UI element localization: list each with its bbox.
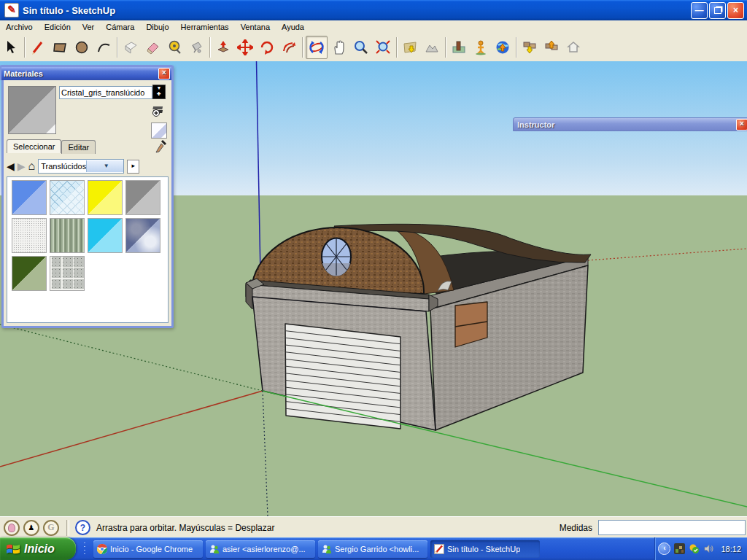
details-menu-icon[interactable]: ▸ <box>127 160 139 174</box>
orbit-tool-icon[interactable] <box>306 36 328 59</box>
restore-button[interactable] <box>709 2 726 19</box>
window-title: Sin título - SketchUp <box>23 5 115 16</box>
task-label: Sergio Garrido <howli... <box>335 545 419 553</box>
secondary-pane-toggle-icon[interactable]: ▼✚ <box>152 85 166 99</box>
model-person-icon[interactable] <box>471 36 491 58</box>
swatch-glass-yellow[interactable] <box>88 180 123 215</box>
toolbar <box>0 34 747 62</box>
menu-ayuda[interactable]: Ayuda <box>276 21 310 33</box>
claim-model-status-icon[interactable]: ♟ <box>23 520 39 536</box>
collection-selected-value: Translúcidos <box>39 162 86 171</box>
close-button[interactable]: × <box>727 2 744 19</box>
minimize-button[interactable]: — <box>691 2 708 19</box>
garage-door[interactable] <box>285 324 400 429</box>
zoom-extents-tool-icon[interactable] <box>373 36 393 58</box>
share-component-icon[interactable] <box>563 36 584 58</box>
collection-dropdown[interactable]: Translúcidos ▼ <box>38 159 124 174</box>
swatch-glass-gray[interactable] <box>125 180 160 215</box>
toolbar-separator <box>516 37 516 58</box>
toggle-terrain-icon[interactable] <box>422 36 442 58</box>
materials-tabs: Seleccionar Editar <box>7 140 96 154</box>
create-material-icon[interactable] <box>151 104 166 118</box>
materials-panel-titlebar[interactable]: Materiales × <box>0 65 174 80</box>
zoom-tool-icon[interactable] <box>351 36 371 58</box>
place-model-icon[interactable] <box>449 36 469 58</box>
share-models-icon[interactable] <box>541 36 562 58</box>
materials-close-icon[interactable]: × <box>158 68 170 79</box>
get-models-icon[interactable] <box>519 36 540 58</box>
back-arrow-icon[interactable]: ◀ <box>7 161 15 171</box>
materials-panel: Materiales × ▼✚ Seleccionar Editar ◀ ▶ ⌂… <box>1 66 174 328</box>
pan-tool-icon[interactable] <box>329 36 349 58</box>
messenger-icon <box>209 544 220 554</box>
swatch-glass-block-tiles[interactable] <box>50 256 85 291</box>
task-messenger-sergio[interactable]: Sergio Garrido <howli... <box>318 540 427 558</box>
chevron-down-icon[interactable]: ▼ <box>86 160 123 172</box>
menu-ver[interactable]: Ver <box>77 21 101 33</box>
tray-app-icon[interactable] <box>674 543 685 554</box>
swatch-glass-sky-reflection[interactable] <box>125 218 160 253</box>
start-button-label: Inicio <box>24 542 55 556</box>
offset-tool-icon[interactable] <box>279 36 299 58</box>
google-earth-preview-icon[interactable] <box>492 36 513 58</box>
task-label: Inicio - Google Chrome <box>110 545 193 553</box>
eyedropper-icon[interactable] <box>154 139 167 153</box>
menu-ventana[interactable]: Ventana <box>235 21 276 33</box>
line-tool-icon[interactable] <box>28 36 48 58</box>
tray-volume-icon[interactable] <box>703 543 714 554</box>
material-preview-swatch <box>8 86 56 134</box>
messenger-icon <box>322 544 332 554</box>
menu-archivo[interactable]: Archivo <box>0 21 39 33</box>
swatch-glass-ribbed-green[interactable] <box>50 218 85 253</box>
tray-messenger-icon[interactable] <box>689 543 700 554</box>
status-hint-text: Arrastra para orbitar. Mayúsculas = Desp… <box>96 523 274 533</box>
geolocation-status-icon[interactable] <box>4 520 20 536</box>
measurements-box[interactable] <box>598 520 746 535</box>
toolbar-separator <box>396 37 397 58</box>
tape-measure-tool-icon[interactable] <box>164 36 185 58</box>
move-tool-icon[interactable] <box>235 36 255 58</box>
task-chrome[interactable]: Inicio - Google Chrome <box>93 540 203 558</box>
instructor-panel-titlebar[interactable]: Instructor × <box>513 117 747 131</box>
home-icon[interactable]: ⌂ <box>28 161 36 171</box>
round-window[interactable] <box>322 238 351 276</box>
material-name-field[interactable] <box>59 86 152 99</box>
google-status-icon[interactable]: G <box>43 520 59 536</box>
forward-arrow-icon[interactable]: ▶ <box>18 161 26 171</box>
toolbar-separator <box>445 37 446 58</box>
rectangle-tool-icon[interactable] <box>50 36 70 58</box>
get-current-view-icon[interactable] <box>400 36 420 58</box>
rotate-tool-icon[interactable] <box>257 36 277 58</box>
task-sketchup[interactable]: Sin título - SketchUp <box>430 540 540 558</box>
swatch-glass-cyan[interactable] <box>88 218 123 253</box>
swatch-glass-frosted-speckle[interactable] <box>12 218 47 253</box>
arc-tool-icon[interactable] <box>93 36 114 58</box>
circle-tool-icon[interactable] <box>71 36 92 58</box>
default-material-swatch[interactable] <box>151 122 167 139</box>
tray-collapse-chevron-icon[interactable]: ‹ <box>658 542 670 555</box>
task-messenger-asier[interactable]: asier <asierlorenzo@... <box>206 540 315 558</box>
menu-camara[interactable]: Cámara <box>100 21 140 33</box>
tab-editar[interactable]: Editar <box>61 140 96 154</box>
swatch-glass-blue[interactable] <box>12 180 47 215</box>
task-label: asier <asierlorenzo@... <box>222 545 306 553</box>
measurements-label: Medidas <box>560 523 598 533</box>
eraser-tool-icon[interactable] <box>142 36 163 58</box>
instructor-close-icon[interactable]: × <box>736 119 747 131</box>
menu-dibujo[interactable]: Dibujo <box>140 21 174 33</box>
paint-bucket-tool-icon[interactable] <box>186 36 206 58</box>
tab-seleccionar[interactable]: Seleccionar <box>7 139 61 153</box>
select-tool-icon[interactable] <box>1 36 21 58</box>
push-pull-tool-icon[interactable] <box>213 36 233 58</box>
help-question-icon[interactable]: ? <box>75 520 90 535</box>
menu-edicion[interactable]: Edición <box>39 21 77 33</box>
chrome-icon <box>97 544 107 554</box>
swatch-glass-diamond-pattern[interactable] <box>50 180 85 215</box>
start-button[interactable]: Inicio <box>0 537 76 560</box>
make-component-tool-icon[interactable] <box>120 36 141 58</box>
taskbar-grip <box>83 541 90 557</box>
swatch-glass-dark-green[interactable] <box>12 256 47 291</box>
taskbar-clock[interactable]: 18:12 <box>721 545 741 553</box>
taskbar: Inicio Inicio - Google Chrome asier <asi… <box>0 537 747 560</box>
menu-herramientas[interactable]: Herramientas <box>175 21 235 33</box>
